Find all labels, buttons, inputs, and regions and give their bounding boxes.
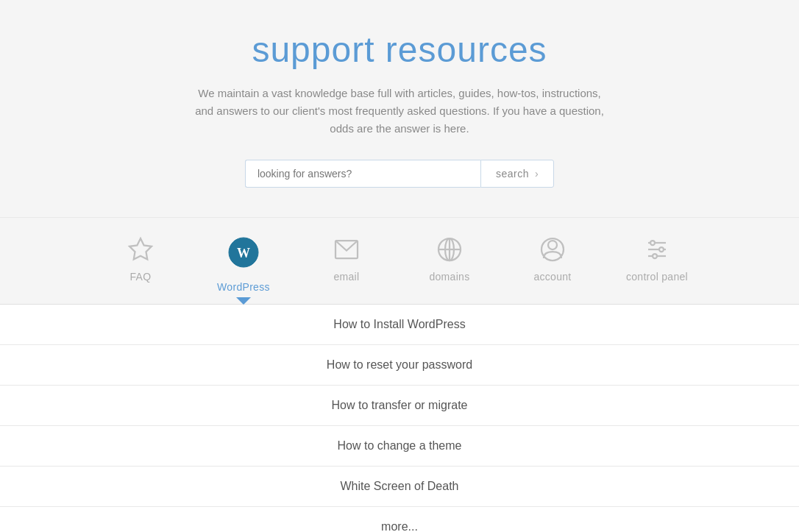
svg-marker-0 bbox=[129, 238, 152, 260]
list-item: How to Install WordPress bbox=[0, 305, 799, 345]
svg-point-16 bbox=[653, 254, 657, 258]
email-icon bbox=[333, 236, 360, 266]
svg-text:W: W bbox=[237, 246, 250, 260]
category-item-control-panel[interactable]: control panel bbox=[604, 225, 710, 304]
svg-point-15 bbox=[659, 247, 664, 252]
page-wrapper: support resources We maintain a vast kno… bbox=[0, 0, 799, 532]
article-link-install-wp[interactable]: How to Install WordPress bbox=[0, 305, 799, 344]
list-item: How to transfer or migrate bbox=[0, 386, 799, 426]
category-label-control-panel: control panel bbox=[626, 271, 688, 283]
categories-bar: FAQ W WordPress bbox=[0, 225, 799, 304]
search-input[interactable] bbox=[245, 160, 480, 188]
category-label-account: account bbox=[533, 271, 571, 283]
search-button[interactable]: search › bbox=[480, 160, 554, 188]
category-item-wordpress[interactable]: W WordPress bbox=[192, 225, 295, 304]
category-label-wordpress: WordPress bbox=[217, 281, 270, 293]
page-description: We maintain a vast knowledge base full w… bbox=[193, 85, 606, 138]
sliders-icon bbox=[644, 236, 670, 266]
list-item: How to reset your password bbox=[0, 345, 799, 386]
category-item-account[interactable]: account bbox=[501, 225, 604, 304]
wordpress-icon: W bbox=[227, 236, 260, 277]
star-icon bbox=[127, 236, 154, 266]
content-section: How to Install WordPress How to reset yo… bbox=[0, 304, 799, 532]
categories-section: FAQ W WordPress bbox=[0, 217, 799, 304]
globe-icon bbox=[436, 236, 463, 266]
hero-section: support resources We maintain a vast kno… bbox=[0, 0, 799, 188]
article-link-wsod[interactable]: White Screen of Death bbox=[0, 467, 799, 506]
category-item-faq[interactable]: FAQ bbox=[89, 225, 192, 304]
svg-point-9 bbox=[548, 241, 557, 249]
chevron-right-icon: › bbox=[535, 168, 539, 180]
articles-list: How to Install WordPress How to reset yo… bbox=[0, 305, 799, 507]
article-link-transfer[interactable]: How to transfer or migrate bbox=[0, 386, 799, 425]
category-item-domains[interactable]: domains bbox=[398, 225, 501, 304]
more-link[interactable]: more... bbox=[0, 507, 799, 532]
svg-point-14 bbox=[650, 241, 655, 245]
search-container: search › bbox=[15, 160, 784, 188]
category-item-email[interactable]: email bbox=[295, 225, 398, 304]
search-button-label: search bbox=[496, 168, 529, 180]
category-label-email: email bbox=[333, 271, 359, 283]
category-label-domains: domains bbox=[429, 271, 469, 283]
list-item: White Screen of Death bbox=[0, 467, 799, 507]
person-icon bbox=[539, 236, 566, 266]
list-item: How to change a theme bbox=[0, 426, 799, 467]
article-link-change-theme[interactable]: How to change a theme bbox=[0, 426, 799, 466]
category-label-faq: FAQ bbox=[129, 271, 151, 283]
article-link-reset-password[interactable]: How to reset your password bbox=[0, 345, 799, 385]
page-title: support resources bbox=[15, 29, 784, 70]
